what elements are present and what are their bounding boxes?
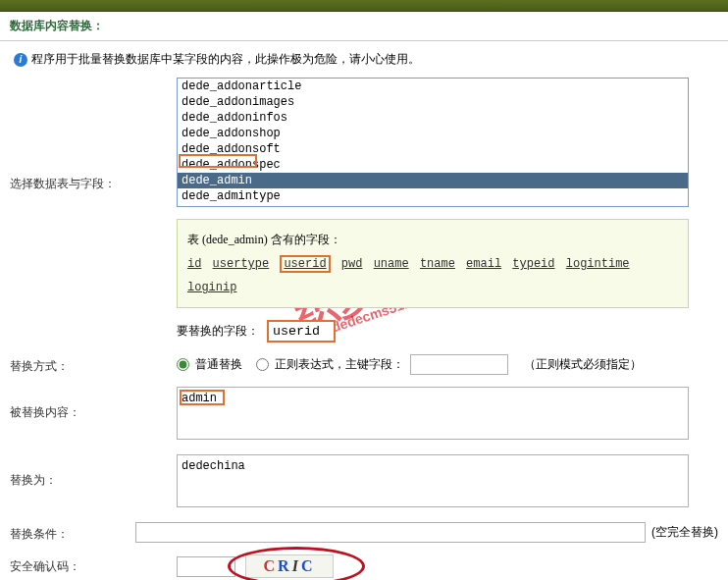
- radio-normal[interactable]: [177, 358, 189, 371]
- table-option[interactable]: dede_addoninfos: [178, 110, 688, 126]
- label-replace-cond: 替换条件：: [10, 522, 135, 543]
- field-link[interactable]: userid: [280, 255, 330, 273]
- replace-field-input[interactable]: [267, 320, 336, 343]
- regex-key-input[interactable]: [410, 354, 508, 375]
- label-replace-mode: 替换方式：: [10, 354, 177, 375]
- captcha-input[interactable]: [177, 556, 235, 577]
- field-link[interactable]: typeid: [512, 257, 554, 271]
- radio-regex-label: 正则表达式，主键字段：: [275, 356, 404, 373]
- table-option[interactable]: dede_admin: [178, 173, 688, 188]
- info-text: 程序用于批量替换数据库中某字段的内容，此操作极为危险，请小心使用。: [31, 51, 420, 68]
- top-bar: [0, 0, 728, 12]
- info-icon: i: [14, 53, 27, 67]
- field-link[interactable]: tname: [420, 257, 455, 271]
- label-replaced-content: 被替换内容：: [10, 387, 177, 421]
- table-option[interactable]: dede_addonarticle: [178, 79, 688, 94]
- captcha-image[interactable]: C R I C: [245, 554, 334, 578]
- replace-to-textarea[interactable]: [177, 454, 689, 507]
- fields-caption: 表 (dede_admin) 含有的字段：: [187, 233, 341, 246]
- field-link[interactable]: email: [466, 257, 501, 271]
- radio-normal-label: 普通替换: [195, 356, 242, 373]
- info-row: i 程序用于批量替换数据库中某字段的内容，此操作极为危险，请小心使用。: [0, 41, 728, 78]
- field-link[interactable]: usertype: [213, 257, 270, 271]
- condition-note: (空完全替换): [651, 524, 718, 541]
- table-option[interactable]: dede_addonspec: [178, 157, 688, 173]
- fields-panel: 表 (dede_admin) 含有的字段： id usertype userid…: [177, 219, 689, 308]
- field-link[interactable]: loginip: [187, 281, 236, 294]
- field-link[interactable]: pwd: [341, 257, 363, 271]
- replaced-content-textarea[interactable]: [177, 387, 689, 440]
- label-select-table: 选择数据表与字段：: [10, 78, 177, 192]
- table-option[interactable]: dede_addonimages: [178, 94, 688, 110]
- form-area: 织梦无忧 dedecms51.com 选择数据表与字段： dede_addona…: [0, 78, 728, 580]
- table-listbox[interactable]: dede_addonarticledede_addonimagesdede_ad…: [177, 78, 689, 207]
- field-link[interactable]: uname: [374, 257, 409, 271]
- table-option[interactable]: dede_addonsoft: [178, 141, 688, 157]
- table-option[interactable]: dede_admintype: [178, 188, 688, 204]
- regex-note: （正则模式必须指定）: [524, 356, 642, 373]
- condition-input[interactable]: [135, 522, 646, 543]
- replace-field-label: 要替换的字段：: [177, 323, 259, 340]
- label-replace-to: 替换为：: [10, 454, 177, 489]
- table-option[interactable]: dede_addonshop: [178, 126, 688, 141]
- page-title: 数据库内容替换：: [0, 12, 728, 41]
- field-link[interactable]: id: [187, 257, 201, 271]
- table-option[interactable]: dede_advancedsearch: [178, 204, 688, 207]
- label-captcha: 安全确认码：: [10, 554, 177, 575]
- radio-regex[interactable]: [256, 358, 269, 371]
- field-link[interactable]: logintime: [566, 257, 630, 271]
